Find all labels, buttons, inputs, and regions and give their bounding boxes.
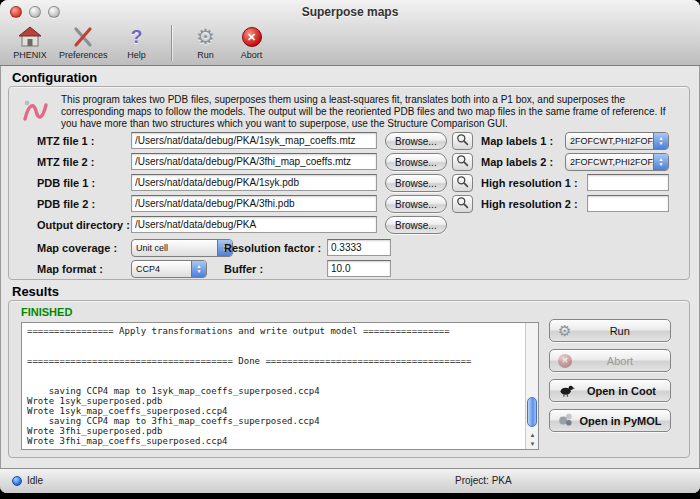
browse-label: Browse... — [395, 136, 437, 147]
popup-arrows-icon: ▲▼ — [191, 261, 206, 277]
console-scrollbar[interactable]: ▲ ▼ — [525, 323, 538, 449]
output-directory-input[interactable] — [131, 216, 377, 233]
gear-icon: ⚙ — [196, 25, 215, 49]
abort-x-icon: ✕ — [242, 25, 262, 49]
map-labels-1-select[interactable]: 2FOFCWT,PHI2FOF... ▲▼ — [565, 132, 669, 150]
map-labels-2-select[interactable]: 2FOFCWT,PHI2FOF... ▲▼ — [565, 153, 669, 171]
status-finished: FINISHED — [21, 306, 72, 318]
output-directory-browse-button[interactable]: Browse... — [385, 216, 447, 234]
toolbar-abort-button[interactable]: ✕ Abort — [232, 24, 272, 61]
high-resolution-2-input[interactable] — [587, 195, 669, 212]
mtz-file-1-browse-button[interactable]: Browse... — [385, 132, 447, 150]
browse-label: Browse... — [395, 220, 437, 231]
map-format-value: CCP4 — [132, 264, 191, 274]
minimize-button[interactable] — [29, 6, 41, 18]
pdb-file-1-browse-button[interactable]: Browse... — [385, 174, 447, 192]
toolbar-abort-label: Abort — [241, 50, 263, 60]
toolbar-run-button[interactable]: ⚙ Run — [186, 24, 226, 61]
pdb-file-2-inspect-button[interactable] — [452, 195, 473, 213]
pdb-file-2-row: PDB file 2 : Browse... High resolution 2… — [9, 195, 689, 213]
output-directory-label: Output directory : — [37, 216, 130, 234]
console-text: ================ Apply transformations a… — [22, 323, 525, 449]
mtz-file-1-inspect-button[interactable] — [452, 132, 473, 150]
abort-button-label: Abort — [578, 355, 662, 367]
results-panel: FINISHED ================ Apply transfor… — [8, 300, 690, 458]
console-output[interactable]: ================ Apply transformations a… — [21, 322, 539, 450]
resolution-factor-input[interactable] — [327, 239, 391, 256]
pdb-file-2-label: PDB file 2 : — [37, 195, 95, 213]
mtz-file-2-browse-button[interactable]: Browse... — [385, 153, 447, 171]
phenix-home-icon — [17, 25, 43, 49]
mtz-file-2-inspect-button[interactable] — [452, 153, 473, 171]
program-info-icon — [21, 95, 49, 129]
toolbar-separator — [171, 25, 172, 61]
browse-label: Browse... — [395, 157, 437, 168]
map-format-label: Map format : — [37, 260, 103, 278]
mtz-file-1-row: MTZ file 1 : Browse... Map labels 1 : 2F… — [9, 132, 689, 150]
map-coverage-row: Map coverage : Unit cell ▲▼ Resolution f… — [9, 239, 689, 257]
toolbar-phenix-label: PHENIX — [13, 50, 47, 60]
buffer-input[interactable] — [327, 260, 391, 277]
magnifier-icon — [456, 154, 469, 170]
map-labels-1-label: Map labels 1 : — [481, 132, 553, 150]
map-coverage-select[interactable]: Unit cell ▲▼ — [131, 239, 233, 257]
gear-icon: ⚙ — [558, 323, 571, 338]
run-button[interactable]: ⚙ Run — [549, 319, 671, 342]
mtz-file-1-label: MTZ file 1 : — [37, 132, 94, 150]
project-label: Project: PKA — [455, 475, 512, 486]
pdb-file-1-label: PDB file 1 : — [37, 174, 95, 192]
map-coverage-label: Map coverage : — [37, 239, 117, 257]
toolbar-phenix-button[interactable]: PHENIX — [10, 24, 50, 61]
superpose-maps-window: Superpose maps PHENIX — [0, 0, 700, 493]
results-heading: Results — [12, 284, 59, 299]
toolbar-preferences-button[interactable]: Preferences — [56, 24, 111, 61]
pdb-file-2-input[interactable] — [131, 195, 377, 212]
popup-arrows-icon: ▲▼ — [653, 154, 668, 170]
configuration-heading: Configuration — [12, 70, 97, 85]
output-directory-row: Output directory : Browse... — [9, 216, 689, 234]
scroll-down-arrow-icon[interactable]: ▼ — [526, 440, 539, 449]
open-in-coot-label: Open in Coot — [581, 385, 662, 397]
mtz-file-1-input[interactable] — [131, 132, 377, 149]
run-button-label: Run — [577, 325, 662, 337]
toolbar: PHENIX Preferences ? Help ⚙ Run — [10, 22, 700, 64]
popup-arrows-icon: ▲▼ — [653, 133, 668, 149]
map-format-select[interactable]: CCP4 ▲▼ — [131, 260, 207, 278]
toolbar-help-button[interactable]: ? Help — [117, 24, 157, 61]
toolbar-preferences-label: Preferences — [59, 50, 108, 60]
scroll-up-arrow-icon[interactable]: ▲ — [526, 431, 539, 440]
high-resolution-2-label: High resolution 2 : — [481, 195, 578, 213]
magnifier-icon — [456, 175, 469, 191]
abort-button[interactable]: ✕ Abort — [549, 349, 671, 372]
abort-x-icon: ✕ — [558, 354, 572, 368]
high-resolution-1-input[interactable] — [587, 174, 669, 191]
help-question-icon: ? — [131, 25, 143, 49]
close-button[interactable] — [10, 6, 22, 18]
open-in-coot-button[interactable]: Open in Coot — [549, 379, 671, 402]
pdb-file-1-row: PDB file 1 : Browse... High resolution 1… — [9, 174, 689, 192]
pdb-file-2-browse-button[interactable]: Browse... — [385, 195, 447, 213]
pdb-file-1-input[interactable] — [131, 174, 377, 191]
toolbar-help-label: Help — [127, 50, 146, 60]
high-resolution-1-label: High resolution 1 : — [481, 174, 578, 192]
configuration-panel: This program takes two PDB files, superp… — [8, 86, 690, 280]
traffic-lights — [10, 6, 60, 18]
mtz-file-2-label: MTZ file 2 : — [37, 153, 94, 171]
window-title: Superpose maps — [0, 5, 700, 19]
open-in-pymol-button[interactable]: Open in PyMOL — [549, 409, 671, 432]
browse-label: Browse... — [395, 199, 437, 210]
toolbar-run-label: Run — [197, 50, 214, 60]
window-header: Superpose maps PHENIX — [0, 0, 700, 66]
zoom-button[interactable] — [48, 6, 60, 18]
mtz-file-2-row: MTZ file 2 : Browse... Map labels 2 : 2F… — [9, 153, 689, 171]
program-description: This program takes two PDB files, superp… — [61, 94, 679, 130]
map-labels-2-label: Map labels 2 : — [481, 153, 553, 171]
mtz-file-2-input[interactable] — [131, 153, 377, 170]
map-labels-1-value: 2FOFCWT,PHI2FOF... — [566, 136, 653, 146]
scrollbar-thumb[interactable] — [527, 397, 537, 427]
status-indicator-icon — [12, 476, 22, 486]
coot-bird-icon — [558, 383, 575, 399]
buffer-label: Buffer : — [224, 260, 263, 278]
pdb-file-1-inspect-button[interactable] — [452, 174, 473, 192]
map-labels-2-value: 2FOFCWT,PHI2FOF... — [566, 157, 653, 167]
